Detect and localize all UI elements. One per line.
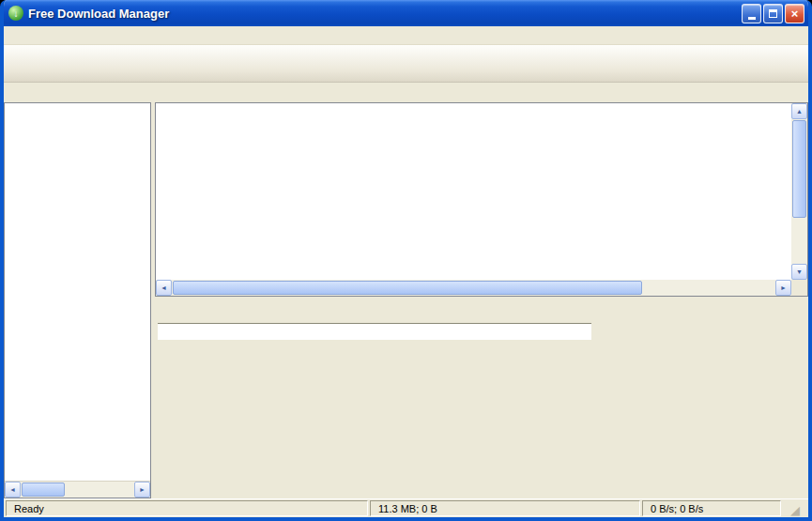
minimize-icon xyxy=(748,17,756,20)
content-area: ▲ ▼ ◄ ► xyxy=(155,102,808,498)
horizontal-scrollbar[interactable]: ◄ ► xyxy=(156,280,791,296)
fdm-window: ↓ Free Download Manager × ◄ ► ▲ xyxy=(0,0,812,521)
log-panel xyxy=(155,297,808,498)
status-speed: 0 B/s; 0 B/s xyxy=(642,500,781,516)
scroll-thumb[interactable] xyxy=(22,483,65,497)
close-icon: × xyxy=(791,8,799,20)
scrollbar-corner xyxy=(791,280,807,296)
close-button[interactable]: × xyxy=(785,4,804,23)
scroll-left-button[interactable]: ◄ xyxy=(5,482,21,498)
scroll-right-button[interactable]: ► xyxy=(775,280,791,296)
sidebar-horizontal-scrollbar[interactable]: ◄ ► xyxy=(5,481,150,498)
sidebar-tree xyxy=(5,103,150,481)
sidebar: ◄ ► xyxy=(4,102,151,498)
downloads-table-header xyxy=(156,103,791,120)
minimize-button[interactable] xyxy=(742,4,761,23)
scroll-down-button[interactable]: ▼ xyxy=(791,264,807,280)
scroll-up-button[interactable]: ▲ xyxy=(791,103,807,119)
log-table-header xyxy=(158,324,591,340)
vertical-scrollbar[interactable]: ▲ ▼ xyxy=(791,103,807,280)
downloads-table: ▲ ▼ ◄ ► xyxy=(155,102,808,297)
downloads-table-rows xyxy=(156,120,791,280)
menu-bar xyxy=(4,26,808,45)
scroll-thumb[interactable] xyxy=(792,120,806,218)
window-title: Free Download Manager xyxy=(28,7,740,21)
maximize-button[interactable] xyxy=(763,4,783,23)
main-area: ◄ ► ▲ ▼ ◄ ► xyxy=(4,102,808,498)
bottom-tab-bar xyxy=(160,303,808,323)
toolbar xyxy=(4,45,808,83)
status-ready: Ready xyxy=(6,500,368,516)
app-logo-icon: ↓ xyxy=(8,6,23,21)
resize-grip[interactable]: ◢ xyxy=(783,500,807,516)
scroll-right-button[interactable]: ► xyxy=(134,482,150,498)
log-table xyxy=(158,323,591,340)
maximize-icon xyxy=(769,9,777,18)
status-bar: Ready 11.3 MB; 0 B 0 B/s; 0 B/s ◢ xyxy=(4,498,808,517)
title-bar: ↓ Free Download Manager × xyxy=(4,0,808,26)
tab-bar xyxy=(4,83,808,102)
status-size: 11.3 MB; 0 B xyxy=(370,500,640,516)
scroll-left-button[interactable]: ◄ xyxy=(156,280,172,296)
scroll-thumb[interactable] xyxy=(173,281,642,295)
